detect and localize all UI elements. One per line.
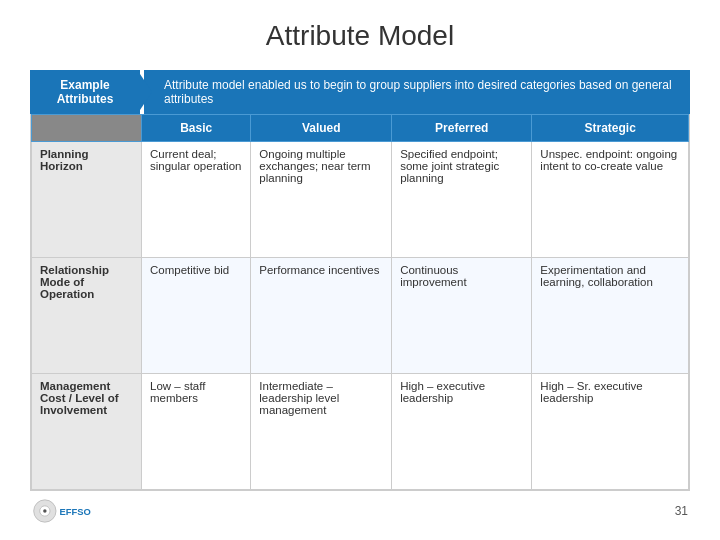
svg-point-2 xyxy=(43,509,46,512)
cell-management-valued: Intermediate – leadership level manageme… xyxy=(251,374,392,490)
cell-relationship-basic: Competitive bid xyxy=(142,258,251,374)
cell-relationship-valued: Performance incentives xyxy=(251,258,392,374)
col-header-basic: Basic xyxy=(142,115,251,142)
effso-logo-icon: EFFSO xyxy=(32,497,92,525)
example-box: Example Attributes xyxy=(30,70,140,114)
page-number: 31 xyxy=(675,504,688,518)
cell-relationship-strategic: Experimentation and learning, collaborat… xyxy=(532,258,689,374)
attributes-label: Attributes xyxy=(57,92,114,106)
cell-relationship-preferred: Continuous improvement xyxy=(392,258,532,374)
row-header-planning: Planning Horizon xyxy=(32,142,142,258)
row-header-relationship: Relationship Mode of Operation xyxy=(32,258,142,374)
cell-planning-basic: Current deal; singular operation xyxy=(142,142,251,258)
header-row: Basic Valued Preferred Strategic xyxy=(32,115,689,142)
attribute-table-wrapper: Basic Valued Preferred Strategic Plannin… xyxy=(30,114,690,491)
header-section: Example Attributes Attribute model enabl… xyxy=(30,70,690,114)
col-header-empty xyxy=(32,115,142,142)
table-body: Planning Horizon Current deal; singular … xyxy=(32,142,689,490)
row-header-management: Management Cost / Level of Involvement xyxy=(32,374,142,490)
cell-management-strategic: High – Sr. executive leadership xyxy=(532,374,689,490)
cell-planning-preferred: Specified endpoint; some joint strategic… xyxy=(392,142,532,258)
cell-management-basic: Low – staff members xyxy=(142,374,251,490)
cell-planning-valued: Ongoing multiple exchanges; near term pl… xyxy=(251,142,392,258)
cell-management-preferred: High – executive leadership xyxy=(392,374,532,490)
description-box: Attribute model enabled us to begin to g… xyxy=(144,70,690,114)
table-row: Management Cost / Level of Involvement L… xyxy=(32,374,689,490)
svg-text:EFFSO: EFFSO xyxy=(59,506,90,517)
logo-area: EFFSO xyxy=(32,497,92,525)
description-text: Attribute model enabled us to begin to g… xyxy=(164,78,676,106)
col-header-preferred: Preferred xyxy=(392,115,532,142)
example-label: Example xyxy=(60,78,109,92)
table-header: Basic Valued Preferred Strategic xyxy=(32,115,689,142)
attribute-table: Basic Valued Preferred Strategic Plannin… xyxy=(31,114,689,490)
page-title: Attribute Model xyxy=(30,20,690,52)
table-row: Planning Horizon Current deal; singular … xyxy=(32,142,689,258)
table-row: Relationship Mode of Operation Competiti… xyxy=(32,258,689,374)
col-header-strategic: Strategic xyxy=(532,115,689,142)
col-header-valued: Valued xyxy=(251,115,392,142)
cell-planning-strategic: Unspec. endpoint: ongoing intent to co-c… xyxy=(532,142,689,258)
footer: EFFSO 31 xyxy=(30,497,690,525)
page: Attribute Model Example Attributes Attri… xyxy=(0,0,720,540)
